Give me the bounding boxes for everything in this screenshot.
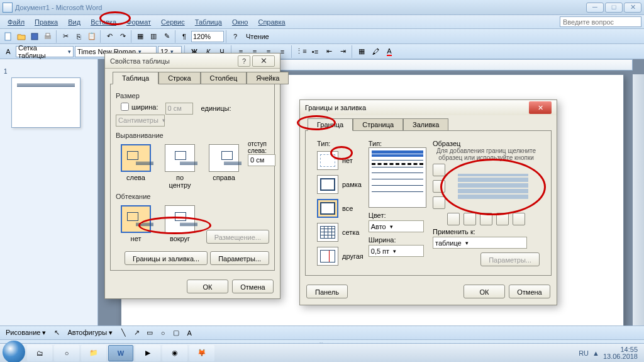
align-left-option[interactable] [121,144,151,172]
preview-diag-button[interactable] [447,213,460,225]
help-icon[interactable]: ? [229,30,242,43]
style-combo[interactable]: Сетка таблицы [16,46,74,57]
border-width-combo[interactable]: 0,5 пт [369,245,424,257]
help-search[interactable] [560,16,641,27]
preview-sample[interactable] [449,169,537,204]
columns-icon[interactable]: ▥ [147,30,160,43]
vertical-scrollbar[interactable] [633,74,644,349]
increase-indent-icon[interactable]: ⇥ [336,45,349,58]
taskbar-media[interactable]: ▶ [135,345,160,361]
cancel2-button[interactable]: Отмена [509,285,550,298]
close-button[interactable]: ✕ [624,3,641,13]
menu-file[interactable]: Файл [3,17,30,27]
autoshapes-menu[interactable]: Автофигуры ▾ [64,327,116,339]
menu-edit[interactable]: Правка [30,17,63,27]
redo-icon[interactable]: ↷ [116,30,129,43]
panel-button[interactable]: Панель [306,285,348,298]
print-icon[interactable] [42,30,54,43]
width-checkbox[interactable]: ширина: [121,103,158,111]
menu-tools[interactable]: Сервис [156,17,190,27]
border-type-other[interactable] [317,247,338,266]
bullets-icon[interactable]: •≡ [309,45,321,58]
copy-icon[interactable]: ⎘ [72,30,85,43]
wrap-none-option[interactable] [121,205,151,233]
tab-table[interactable]: Таблица [113,72,158,84]
ok-button[interactable]: ОК [187,280,228,293]
taskbar-cortana[interactable]: ○ [54,345,79,361]
align-center-option[interactable] [165,144,195,172]
preview-diag2-button[interactable] [513,213,525,225]
taskbar-word[interactable]: W [108,345,133,361]
line-icon[interactable]: ╲ [117,327,130,339]
tab-page[interactable]: Страница [353,118,403,131]
preview-inner-v-border-button[interactable] [480,213,492,225]
decrease-indent-icon[interactable]: ⇤ [323,45,335,58]
preview-top-border-button[interactable] [433,164,445,176]
menu-insert[interactable]: Вставка [86,17,121,27]
align-right-option[interactable] [209,144,239,172]
paste-icon[interactable]: 📋 [86,30,98,43]
menu-table[interactable]: Таблица [190,17,227,27]
save-icon[interactable] [28,30,41,43]
numbering-icon[interactable]: ⋮≡ [295,45,308,58]
taskbar-chrome[interactable]: ◉ [162,345,187,361]
cancel-button[interactable]: Отмена [232,280,274,293]
cut-icon[interactable]: ✂ [59,30,72,43]
paragraph-marks-icon[interactable]: ¶ [178,30,191,43]
border-type-all[interactable] [317,199,338,218]
dialog-close-button[interactable]: ✕ [252,55,275,67]
restore-button[interactable]: □ [605,3,623,13]
arrow-icon[interactable]: ↗ [130,327,143,339]
page-thumbnail[interactable] [11,77,80,128]
preview-bottom-border-button[interactable] [433,196,445,209]
wrap-around-option[interactable] [165,205,195,233]
drawing-icon[interactable]: ✎ [160,30,173,43]
tab-cell[interactable]: Ячейка [247,72,289,84]
rectangle-icon[interactable]: ▭ [143,327,156,339]
system-tray[interactable]: RU ▲ 14:5513.06.2018 [575,346,641,360]
textbox-icon[interactable]: ▢ [170,327,182,339]
start-button[interactable] [3,341,25,363]
border-type-none[interactable] [317,151,338,170]
styles-pane-icon[interactable]: A [2,45,14,58]
tab-shading[interactable]: Заливка [403,118,448,131]
ok2-button[interactable]: ОК [464,285,505,298]
wordart-icon[interactable]: A [183,327,196,339]
menu-window[interactable]: Окно [227,17,253,27]
borders-icon[interactable]: ▦ [355,45,368,58]
preview-inner-h-border-button[interactable] [433,180,445,193]
line-style-list[interactable] [369,147,426,208]
border-type-grid[interactable] [317,223,338,242]
dialog2-close-button[interactable]: ✕ [529,101,552,114]
zoom-combo[interactable] [191,31,224,42]
menu-help[interactable]: Справка [253,17,290,27]
indent-input[interactable] [248,154,275,166]
tab-row[interactable]: Строка [158,72,200,84]
select-icon[interactable]: ↖ [50,327,63,339]
ellipse-icon[interactable]: ○ [157,327,169,339]
taskbar-explorer[interactable]: 🗂 [27,345,52,361]
drawing-menu[interactable]: Рисование ▾ [2,327,50,339]
preview-right-border-button[interactable] [496,213,509,225]
preview-left-border-button[interactable] [464,213,476,225]
tab-border[interactable]: Граница [308,118,353,131]
reading-mode[interactable]: Чтение [242,31,273,42]
font-color-icon[interactable]: A [383,45,396,58]
tab-column[interactable]: Столбец [201,72,247,84]
new-doc-icon[interactable] [2,30,14,43]
border-type-frame[interactable] [317,175,338,194]
highlight-icon[interactable]: 🖍 [369,45,382,58]
menu-view[interactable]: Вид [63,17,86,27]
open-icon[interactable] [15,30,28,43]
dialog-help-button[interactable]: ? [238,55,250,67]
taskbar-folder[interactable]: 📁 [81,345,106,361]
apply-to-combo[interactable]: таблице [433,237,527,249]
borders-shading-button[interactable]: Границы и заливка... [125,251,208,265]
undo-icon[interactable]: ↶ [103,30,116,43]
minimize-button[interactable]: ─ [586,3,604,13]
taskbar-firefox[interactable]: 🦊 [189,345,214,361]
table-icon[interactable]: ▦ [134,30,147,43]
menu-format[interactable]: Формат [121,17,156,27]
parameters-button[interactable]: Параметры... [210,251,269,265]
color-combo[interactable]: Авто [369,220,424,232]
